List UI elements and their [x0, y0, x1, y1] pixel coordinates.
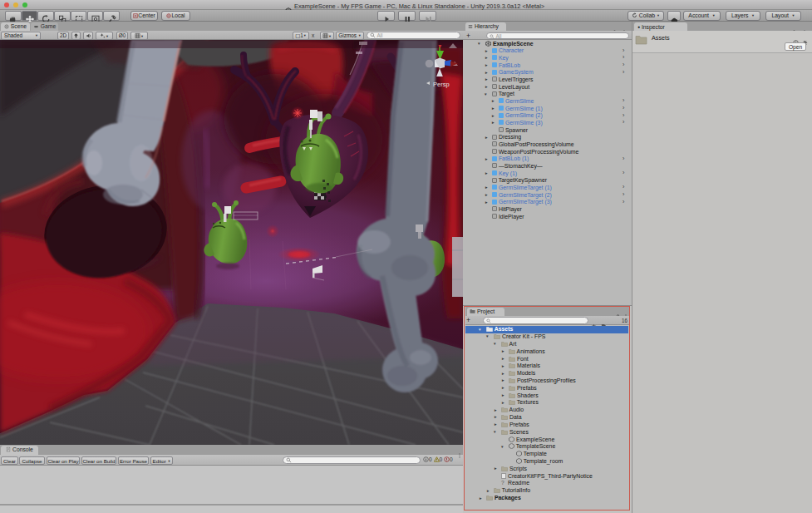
- svg-text:Persp: Persp: [433, 81, 450, 88]
